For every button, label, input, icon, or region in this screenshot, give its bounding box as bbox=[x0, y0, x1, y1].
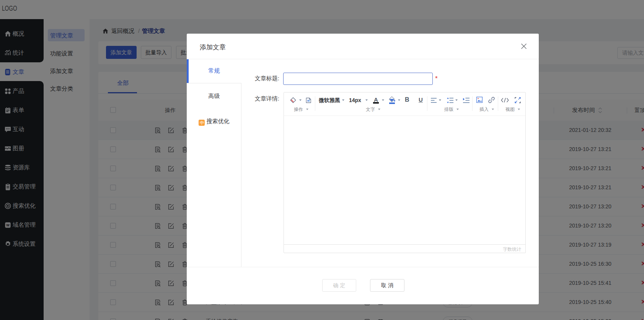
svg-text:W: W bbox=[307, 99, 310, 102]
